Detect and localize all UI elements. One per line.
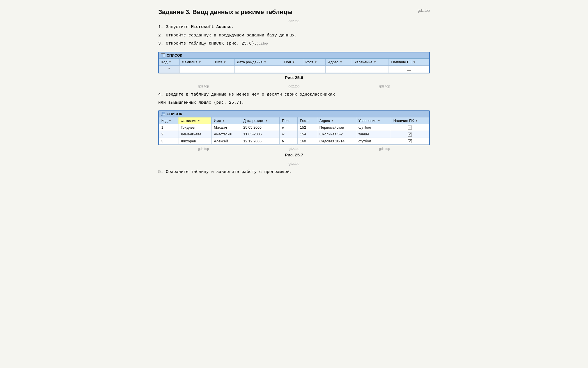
step3: 3. Откройте таблицу СПИСОК (рис. 25.6).g… [158,40,430,47]
watermark-bottom-center: gdz.top [158,162,430,166]
cell-familiya: Дементьева [178,131,212,138]
row-marker: * [159,65,180,73]
cell-adres [326,65,352,73]
checkbox-checked: ✓ [408,139,412,143]
col-pol: Пол ▼ [282,59,303,65]
col2-uvlechenie: Увлечение ▼ [356,117,391,124]
cell-pol: м [279,138,297,145]
cell-familiya: Жихорев [178,138,212,145]
table1-grid: Код ▼ Фамилия ▼ Имя ▼ Дата рождения ▼ По… [159,59,429,73]
svg-rect-0 [162,54,165,57]
col-imya: Имя ▼ [213,59,234,65]
cell-data: 25.05.2005 [241,124,280,131]
col-adres: Адрес ▼ [326,59,352,65]
table1-title: СПИСОК [167,53,182,57]
cell-imya: Алексей [212,138,241,145]
step1-bold: Microsoft Access. [191,25,234,29]
fig-caption-2: Рис. 25.7 [158,152,430,157]
watermark-bot3: gdz.top [379,147,390,151]
cell-kod: 2 [159,131,178,138]
col2-rost: Рост- [298,117,317,124]
cell-nalichie: ✓ [391,138,429,145]
watermark-bot1: gdz.top [198,147,209,151]
col2-nalichie: Наличие ПК ▼ [391,117,429,124]
cell-uvlechenie [352,65,389,73]
table1-title-bar: СПИСОК [159,52,429,59]
fig-caption-1: Рис. 25.6 [158,75,430,80]
cell-rost: 152 [298,124,317,131]
table-row: 3ЖихоревАлексей12.12.2005м160Садовая 10-… [159,138,429,145]
col-familiya: Фамилия ▼ [180,59,213,65]
cell-data: 11.03-2006 [241,131,280,138]
cell-rost: 154 [298,131,317,138]
cell-adres: Первомайская [317,124,356,131]
step2: 2. Откройте созданную в предыдущем задан… [158,32,430,39]
watermark-top-center: gdz.top [158,19,430,23]
cell-rost: 160 [298,138,317,145]
step5: 5. Сохраните таблицу и завершите работу … [158,168,430,176]
step4b: или вымышленных людях (рис. 25.7). [158,99,430,107]
col-uvlechenie: Увлечение ▼ [352,59,389,65]
checkbox-checked: ✓ [408,133,412,136]
col2-kod: Код ▼ [159,117,178,124]
step4-section: 4. Введите в таблицу данные не менее чем… [158,91,430,107]
cell-kod: 1 [159,124,178,131]
table1-icon [161,53,165,57]
cell-imya: Анастасия [212,131,241,138]
cell-rost [303,65,326,73]
watermark-mid4: gdz.top [379,84,390,88]
cell-adres: Школьная 5-2 [317,131,356,138]
cell-nalichie: ✓ [391,124,429,131]
step5-section: 5. Сохраните таблицу и завершите работу … [158,168,430,176]
col2-data: Дата рожде- ▼ [241,117,280,124]
watermark-bot2: gdz.top [288,147,299,151]
cell-nalichie [389,65,429,73]
watermark-mid2: gdz.top [198,84,209,88]
col2-familiya: Фамилия ▼ [178,117,212,124]
col-data: Дата рождения ▼ [235,59,282,65]
cell-familiya: Гриднев [178,124,212,131]
cell-imya [213,65,234,73]
cell-kod: 3 [159,138,178,145]
watermark-top-right: gdz.top [418,8,430,13]
cell-data [235,65,282,73]
step4: 4. Введите в таблицу данные не менее чем… [158,91,430,98]
svg-rect-3 [162,112,165,116]
cell-adres: Садовая 10-14 [317,138,356,145]
table2-grid: Код ▼ Фамилия ▼ Имя ▼ Дата рожде- ▼ Пол-… [159,117,429,145]
cell-uvlechenie: танцы [356,131,391,138]
col-kod: Код ▼ [159,59,180,65]
instructions-section: 1. Запустите Microsoft Access. 2. Открой… [158,24,430,47]
cell-familiya [180,65,213,73]
table2-container: СПИСОК Код ▼ Фамилия ▼ Имя ▼ Дата рожде-… [158,110,430,145]
cell-pol [282,65,303,73]
cell-imya: Михаил [212,124,241,131]
col-rost: Рост ▼ [303,59,326,65]
col2-pol: Пол- [279,117,297,124]
table-row: 2ДементьеваАнастасия11.03-2006ж154Школьн… [159,131,429,138]
table2-title: СПИСОК [167,112,182,116]
col2-imya: Имя ▼ [212,117,241,124]
step3-gdz: gdz.top [257,41,268,45]
table2-title-bar: СПИСОК [159,111,429,117]
table-row: 1ГридневМихаил25.05.2005м152Первомайская… [159,124,429,131]
col-nalichie: Наличие ПК ▼ [389,59,429,65]
table2-icon [161,112,165,116]
cell-nalichie: ✓ [391,131,429,138]
table1-container: СПИСОК Код ▼ Фамилия ▼ Имя ▼ Дата рожден… [158,52,430,73]
cell-uvlechenie: футбол [356,124,391,131]
table-row: * [159,65,429,73]
checkbox-empty [407,67,411,71]
page-title: Задание 3. Ввод данных в режиме таблицы [158,8,293,16]
col2-adres: Адрес ▼ [317,117,356,124]
watermark-mid3: gdz.top [288,84,299,88]
cell-uvlechenie: футбол [356,138,391,145]
cell-data: 12.12.2005 [241,138,280,145]
step1: 1. Запустите Microsoft Access. [158,24,430,31]
cell-pol: ж [279,131,297,138]
checkbox-checked: ✓ [408,126,412,129]
cell-pol: м [279,124,297,131]
